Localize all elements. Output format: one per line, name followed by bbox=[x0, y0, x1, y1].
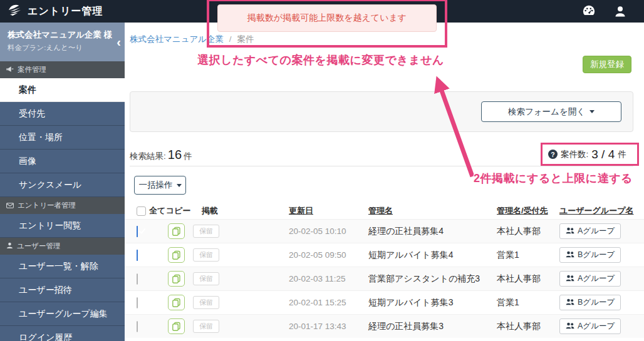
copy-button[interactable] bbox=[168, 295, 185, 310]
table-row: 保留 20-01-17 13:43 経理の正社員募集3 本社人事部 Aグループ bbox=[125, 314, 644, 338]
sidebar-item[interactable]: 画像 bbox=[0, 150, 125, 173]
hold-status-button[interactable]: 保留 bbox=[193, 320, 219, 333]
copy-button[interactable] bbox=[168, 247, 185, 263]
row-checkbox[interactable] bbox=[137, 321, 138, 332]
case-admin-name: 短期アルバイト募集4 bbox=[368, 250, 497, 261]
case-admin-name: 経理の正社員募集3 bbox=[368, 321, 497, 332]
account-block: 株式会社マニュアル企業 様 料金プラン:えんと〜り ‹ bbox=[0, 23, 125, 61]
cases-table: 全て コピー 掲載 更新日 管理名 管理名/受付先 ユーザーグループ名 保留 2… bbox=[125, 203, 644, 338]
user-group-button[interactable]: Aグループ bbox=[559, 318, 621, 334]
reception-name: 本社人事部 bbox=[497, 273, 559, 285]
caret-down-icon bbox=[589, 110, 595, 113]
search-panel: 検索フォームを開く bbox=[130, 91, 633, 132]
col-name-sort[interactable]: 管理名 bbox=[368, 205, 497, 216]
sidebar-item[interactable]: ユーザーグループ編集 bbox=[0, 302, 125, 326]
megaphone-icon bbox=[6, 66, 14, 74]
app-title: エントリー管理 bbox=[28, 5, 103, 18]
sidebar-item[interactable]: 位置・場所 bbox=[0, 126, 125, 150]
table-row: 保留 20-02-05 10:10 経理の正社員募集4 本社人事部 Aグループ bbox=[125, 219, 644, 243]
reception-name: 営業1 bbox=[497, 250, 559, 261]
sidebar-item[interactable]: ユーザー一覧・解除 bbox=[0, 255, 125, 278]
divider bbox=[130, 166, 633, 166]
hold-status-button[interactable]: 保留 bbox=[193, 272, 219, 285]
results-count-value: 16 bbox=[168, 148, 182, 161]
breadcrumb: 株式会社マニュアル企業 / 案件 bbox=[130, 34, 254, 45]
users-icon bbox=[566, 227, 574, 236]
col-updated-sort[interactable]: 更新日 bbox=[289, 205, 368, 216]
sidebar-section: ユーザー管理 bbox=[0, 238, 125, 255]
sidebar-item[interactable]: ユーザー招待 bbox=[0, 278, 125, 302]
select-all-checkbox[interactable] bbox=[137, 206, 146, 216]
user-group-button[interactable]: Bグループ bbox=[559, 295, 621, 310]
sidebar-item[interactable]: エントリー閲覧 bbox=[0, 214, 125, 238]
envelope-icon bbox=[6, 202, 14, 210]
sidebar-collapse-icon[interactable]: ‹ bbox=[117, 38, 121, 46]
reception-name: 本社人事部 bbox=[497, 226, 559, 237]
account-name: 株式会社マニュアル企業 様 bbox=[8, 29, 111, 41]
reception-name: 本社人事部 bbox=[497, 321, 559, 332]
updated-date: 20-02-05 10:10 bbox=[289, 226, 368, 236]
breadcrumb-company-link[interactable]: 株式会社マニュアル企業 bbox=[130, 34, 224, 44]
case-admin-name: 営業部アシスタントの補充3 bbox=[368, 273, 497, 285]
bulk-actions-button[interactable]: 一括操作 bbox=[134, 176, 186, 195]
dashboard-gauge-icon[interactable] bbox=[581, 4, 596, 19]
case-capacity-badge: ? 案件数: 3 / 4 件 bbox=[541, 143, 639, 166]
users-icon bbox=[566, 275, 574, 283]
table-row: 保留 20-02-03 11:25 営業部アシスタントの補充3 本社人事部 Aグ… bbox=[125, 267, 644, 290]
user-account-icon[interactable] bbox=[613, 4, 628, 19]
copy-button[interactable] bbox=[168, 318, 185, 334]
col-reception-sort[interactable]: 管理名/受付先 bbox=[497, 205, 559, 216]
hold-status-button[interactable]: 保留 bbox=[193, 248, 219, 262]
sidebar-item[interactable]: 受付先 bbox=[0, 102, 125, 126]
users-icon bbox=[566, 251, 574, 260]
user-group-button[interactable]: Aグループ bbox=[559, 223, 621, 239]
reception-name: 営業1 bbox=[497, 297, 559, 308]
updated-date: 20-02-05 09:50 bbox=[289, 250, 368, 260]
hold-status-button[interactable]: 保留 bbox=[193, 225, 219, 238]
sidebar-item[interactable]: ログイン履歴 bbox=[0, 326, 125, 341]
account-plan: 料金プラン:えんと〜り bbox=[8, 43, 111, 53]
app-logo: エントリー管理 bbox=[0, 4, 103, 19]
new-entry-button[interactable]: 新規登録 bbox=[583, 56, 631, 73]
users-icon bbox=[566, 322, 574, 331]
breadcrumb-separator: / bbox=[229, 34, 232, 44]
users-icon bbox=[566, 298, 574, 307]
user-icon bbox=[6, 242, 13, 250]
row-checkbox[interactable] bbox=[137, 250, 138, 261]
capacity-value: 3 / 4 bbox=[591, 148, 615, 161]
sidebar: 株式会社マニュアル企業 様 料金プラン:えんと〜り ‹ 案件管理 案件 受付先 … bbox=[0, 23, 125, 341]
case-admin-name: 短期アルバイト募集3 bbox=[368, 297, 497, 308]
copy-button[interactable] bbox=[168, 271, 185, 287]
sidebar-item[interactable]: 案件 bbox=[0, 78, 125, 102]
updated-date: 20-01-17 13:43 bbox=[289, 322, 368, 331]
user-group-button[interactable]: Bグループ bbox=[559, 247, 621, 263]
table-row: 保留 20-02-05 09:50 短期アルバイト募集4 営業1 Bグループ bbox=[125, 243, 644, 267]
sidebar-item[interactable]: サンクスメール bbox=[0, 173, 125, 197]
updated-date: 20-02-01 15:25 bbox=[289, 298, 368, 307]
case-admin-name: 経理の正社員募集4 bbox=[368, 226, 497, 237]
caret-down-icon bbox=[177, 184, 182, 187]
sidebar-section: エントリー者管理 bbox=[0, 197, 125, 214]
copy-button[interactable] bbox=[168, 223, 185, 239]
search-results-count: 検索結果:16件 bbox=[130, 148, 192, 162]
table-row: 保留 20-02-01 15:25 短期アルバイト募集3 営業1 Bグループ bbox=[125, 290, 644, 314]
main-content: 株式会社マニュアル企業 / 案件 新規登録 検索フォームを開く 検索結果:16件… bbox=[125, 23, 644, 341]
col-usergroup-sort[interactable]: ユーザーグループ名 bbox=[559, 205, 644, 216]
app-header: エントリー管理 bbox=[0, 0, 644, 23]
row-checkbox[interactable] bbox=[137, 297, 138, 308]
help-question-icon[interactable]: ? bbox=[548, 150, 558, 159]
col-copy: コピー bbox=[166, 205, 193, 216]
row-checkbox[interactable] bbox=[137, 273, 138, 285]
sidebar-section: 案件管理 bbox=[0, 61, 125, 78]
search-form-toggle-button[interactable]: 検索フォームを開く bbox=[481, 101, 621, 122]
breadcrumb-current: 案件 bbox=[237, 34, 254, 44]
row-checkbox[interactable] bbox=[137, 226, 138, 237]
updated-date: 20-02-03 11:25 bbox=[289, 274, 368, 283]
app-logo-icon bbox=[8, 4, 23, 19]
hold-status-button[interactable]: 保留 bbox=[193, 296, 219, 309]
table-header-row: 全て コピー 掲載 更新日 管理名 管理名/受付先 ユーザーグループ名 bbox=[125, 203, 644, 219]
user-group-button[interactable]: Aグループ bbox=[559, 271, 621, 287]
col-publish: 掲載 bbox=[193, 205, 289, 216]
